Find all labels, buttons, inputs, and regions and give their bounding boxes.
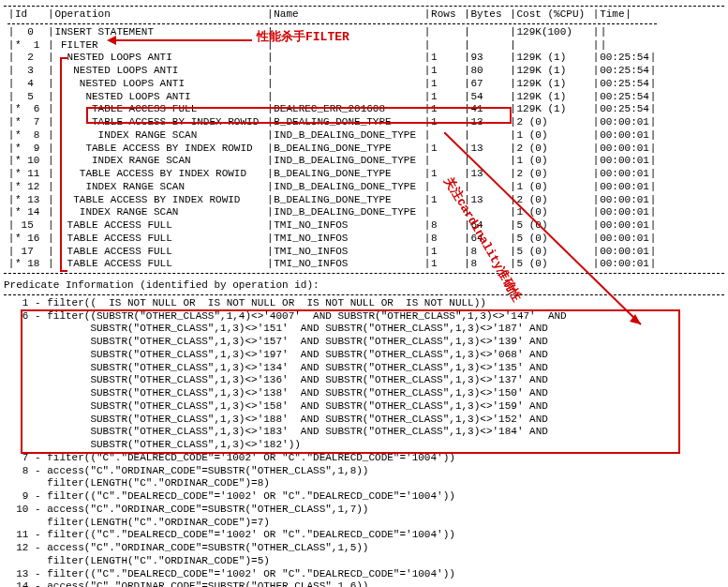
plan-row: | 4| NESTED LOOPS ANTI||1|67|129K (1)|00… xyxy=(4,78,661,91)
col-time: Time xyxy=(600,8,624,20)
predicate-line: 13 - filter(("C"."DEALRECD_CODE"='1002' … xyxy=(4,568,724,581)
predicate-line: SUBSTR("OTHER_CLASS",1,3)<>'157' AND SUB… xyxy=(4,336,724,349)
predicate-line: SUBSTR("OTHER_CLASS",1,3)<>'134' AND SUB… xyxy=(4,362,724,375)
predicate-line: SUBSTR("OTHER_CLASS",1,3)<>'197' AND SUB… xyxy=(4,349,724,362)
predicate-line: filter(LENGTH("C"."ORDINAR_CODE")=7) xyxy=(4,517,724,530)
plan-row: | 3| NESTED LOOPS ANTI||1|80|129K (1)|00… xyxy=(4,65,661,78)
svg-line-2 xyxy=(444,132,641,324)
col-cost: Cost (%CPU) xyxy=(517,8,586,20)
predicate-line: 9 - filter(("C"."DEALRECD_CODE"='1002' O… xyxy=(4,490,724,504)
predicate-line: 14 - access("C"."ORDINAR_CODE"=SUBSTR("O… xyxy=(4,580,724,587)
predicate-line: SUBSTR("OTHER_CLASS",1,3)<>'151' AND SUB… xyxy=(4,323,724,336)
col-name: Name xyxy=(274,8,298,20)
predicate-line: SUBSTR("OTHER_CLASS",1,3)<>'136' AND SUB… xyxy=(4,374,724,387)
exec-plan-container: 性能杀手FILTER 关注cardinality准确性 |Id |Operati… xyxy=(4,6,724,587)
predicate-line: 6 - filter((SUBSTR("OTHER_CLASS",1,4)<>'… xyxy=(4,310,724,324)
predicate-line: 11 - filter(("C"."DEALRECD_CODE"='1002' … xyxy=(4,529,724,542)
predicate-line: 8 - access("C"."ORDINAR_CODE"=SUBSTR("OT… xyxy=(4,465,724,478)
plan-row: |* 7| TABLE ACCESS BY INDEX ROWID|B_DEAL… xyxy=(4,116,661,129)
arrow-to-filter-icon xyxy=(107,34,257,47)
predicate-line: 7 - filter(("C"."DEALRECD_CODE"='1002' O… xyxy=(4,452,724,465)
predicate-line: SUBSTR("OTHER_CLASS",1,3)<>'183' AND SUB… xyxy=(4,426,724,439)
predicate-line: SUBSTR("OTHER_CLASS",1,3)<>'182')) xyxy=(4,439,724,452)
predicate-line: SUBSTR("OTHER_CLASS",1,3)<>'138' AND SUB… xyxy=(4,387,724,400)
col-operation: Operation xyxy=(54,8,110,20)
col-bytes: Bytes xyxy=(470,8,501,20)
col-id: Id xyxy=(15,8,27,20)
plan-row: | 5| NESTED LOOPS ANTI||1|54|129K (1)|00… xyxy=(4,91,661,104)
predicate-line: filter(LENGTH("C"."ORDINAR_CODE")=8) xyxy=(4,477,724,490)
predicate-line: SUBSTR("OTHER_CLASS",1,3)<>'188' AND SUB… xyxy=(4,414,724,427)
plan-row: |* 6| TABLE ACCESS FULL|DEALREC_ERR_2016… xyxy=(4,103,661,116)
predicate-line: 12 - access("C"."ORDINAR_CODE"=SUBSTR("O… xyxy=(4,542,724,555)
predicate-info: Predicate Information (identified by ope… xyxy=(4,279,724,587)
predicate-line: SUBSTR("OTHER_CLASS",1,3)<>'158' AND SUB… xyxy=(4,400,724,414)
predicate-line: 1 - filter(( IS NOT NULL OR IS NOT NULL … xyxy=(4,297,724,310)
plan-header-row: |Id |Operation |Name |Rows |Bytes |Cost … xyxy=(4,8,661,22)
predicate-line: filter(LENGTH("C"."ORDINAR_CODE")=5) xyxy=(4,555,724,568)
predicate-line: 10 - access("C"."ORDINAR_CODE"=SUBSTR("O… xyxy=(4,504,724,517)
svg-marker-1 xyxy=(107,36,116,45)
plan-row: | 2| NESTED LOOPS ANTI||1|93|129K (1)|00… xyxy=(4,52,661,65)
annotation-filter: 性能杀手FILTER xyxy=(257,30,349,45)
col-rows: Rows xyxy=(431,8,455,20)
